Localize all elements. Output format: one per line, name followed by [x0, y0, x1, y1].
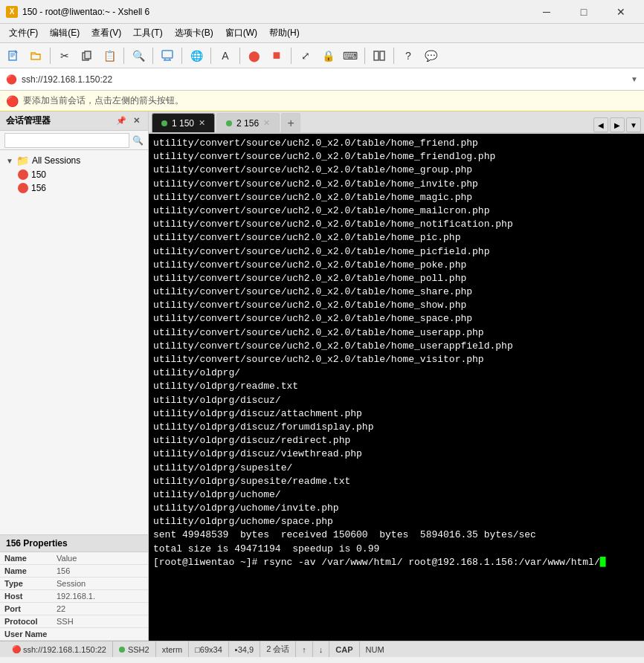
tab-prev-btn[interactable]: ◀ [593, 117, 608, 132]
info-text: 要添加当前会话，点击左侧的箭头按钮。 [23, 94, 184, 107]
prop-val-username [52, 628, 148, 641]
menu-view[interactable]: 查看(V) [86, 25, 127, 42]
toolbar-lock-btn[interactable]: 🔒 [318, 46, 338, 65]
terminal-line: utility/convert/source/uch2.0_x2.0/table… [153, 231, 640, 245]
address-text: ssh://192.168.1.150:22 [22, 74, 626, 85]
toolbar-copy-btn[interactable] [77, 46, 97, 65]
prop-val-protocol: SSH [52, 615, 148, 628]
terminal-line: utility/oldprg/supesite/ [153, 462, 640, 475]
session-search-input[interactable] [4, 133, 129, 148]
tab-next-btn[interactable]: ▶ [610, 117, 625, 132]
toolbar-sep9 [393, 48, 394, 64]
tab-nav: ◀ ▶ ▼ [593, 117, 641, 132]
status-num: NUM [360, 641, 390, 657]
tab-dot-150 [161, 120, 167, 126]
prop-row-type: Type Session [0, 578, 148, 590]
app-icon: X [6, 6, 18, 18]
tab-label-156: 2 156 [236, 118, 259, 129]
toolbar-help-btn[interactable]: ? [398, 46, 419, 65]
toolbar-sep1 [50, 48, 51, 64]
menu-file[interactable]: 文件(F) [3, 25, 44, 42]
terminal-line: utility/oldprg/uchome/space.php [153, 515, 640, 528]
menu-help[interactable]: 帮助(H) [263, 25, 306, 42]
status-dimensions: □ 69x34 [189, 641, 229, 657]
tab-label-150: 1 150 [172, 118, 194, 129]
toolbar-sep2 [123, 48, 124, 64]
menu-window[interactable]: 窗口(W) [219, 25, 263, 42]
session-item-150[interactable]: 150 [15, 168, 145, 181]
session-search-bar: 🔍 [0, 131, 148, 150]
toolbar-new-btn[interactable] [3, 46, 24, 65]
toolbar-stop-btn[interactable]: ■ [266, 46, 287, 65]
terminal-line: utility/oldprg/uchome/ [153, 488, 640, 502]
svg-rect-3 [162, 51, 173, 58]
address-dropdown-btn[interactable]: ▼ [631, 75, 638, 83]
toolbar-sep5 [210, 48, 211, 64]
toolbar-record-btn[interactable]: ⬤ [244, 46, 265, 65]
toolbar-font-btn[interactable]: A [215, 46, 236, 65]
tab-150[interactable]: 1 150 ✕ [152, 113, 215, 132]
prop-key-protocol: Protocol [0, 615, 52, 628]
panel-header-buttons: 📌 ✕ [115, 115, 142, 127]
tab-close-150[interactable]: ✕ [199, 118, 205, 128]
expand-icon[interactable]: ▼ [6, 157, 13, 165]
toolbar-layout-btn[interactable] [369, 46, 390, 65]
terminal[interactable]: utility/convert/source/uch2.0_x2.0/table… [149, 134, 644, 641]
toolbar-globe-btn[interactable]: 🌐 [186, 46, 207, 65]
status-protocol: SSH2 [113, 641, 156, 657]
panel-close-btn[interactable]: ✕ [130, 115, 142, 127]
status-cap-text: CAP [335, 645, 352, 654]
toolbar-cut-btn[interactable]: ✂ [54, 46, 75, 65]
status-dim-value: 69x34 [200, 645, 222, 654]
toolbar-sep8 [364, 48, 365, 64]
panel-pin-btn[interactable]: 📌 [115, 115, 127, 127]
toolbar-session-btn[interactable] [157, 46, 178, 65]
all-sessions-label[interactable]: All Sessions [32, 155, 80, 166]
prop-row-username: User Name [0, 628, 148, 641]
status-upload-arrow: ↑ [296, 641, 313, 657]
tab-156[interactable]: 2 156 ✕ [216, 113, 280, 132]
session-item-156[interactable]: 156 [15, 181, 145, 195]
maximize-button[interactable]: □ [567, 3, 601, 21]
prop-key-port: Port [0, 603, 52, 615]
tab-add-button[interactable]: + [281, 113, 300, 132]
toolbar-chat-btn[interactable]: 💬 [420, 46, 441, 65]
terminal-line: utility/oldprg/discuz/attachment.php [153, 407, 640, 421]
status-term-text: xterm [162, 645, 183, 654]
menu-edit[interactable]: 编辑(E) [44, 25, 86, 42]
terminal-line: utility/convert/source/uch2.0_x2.0/table… [153, 285, 640, 299]
status-term: xterm [156, 641, 190, 657]
prop-val-header: Value [52, 552, 148, 565]
terminal-line: utility/convert/source/uch2.0_x2.0/table… [153, 299, 640, 312]
toolbar-search-btn[interactable]: 🔍 [128, 46, 149, 65]
prop-row-protocol: Protocol SSH [0, 615, 148, 628]
terminal-line: utility/oldprg/discuz/forumdisplay.php [153, 421, 640, 434]
tab-close-156[interactable]: ✕ [263, 118, 270, 128]
toolbar-open-btn[interactable] [25, 46, 46, 65]
minimize-button[interactable]: ─ [529, 3, 564, 21]
terminal-line: utility/oldprg/ [153, 366, 640, 380]
toolbar-paste-btn[interactable]: 📋 [99, 46, 120, 65]
status-address-text: ssh://192.168.1.150:22 [23, 645, 106, 654]
status-protocol-text: SSH2 [128, 645, 149, 654]
terminal-line: utility/convert/source/uch2.0_x2.0/table… [153, 150, 640, 164]
toolbar-expand-btn[interactable]: ⤢ [295, 46, 316, 65]
menu-tools[interactable]: 工具(T) [127, 25, 168, 42]
title-bar: X 150 - root@liwentao:~ - Xshell 6 ─ □ ✕ [0, 0, 644, 24]
toolbar-keyboard-btn[interactable]: ⌨ [340, 46, 361, 65]
terminal-total: total size is 49471194 speedup is 0.99 [153, 543, 640, 556]
close-button[interactable]: ✕ [604, 3, 638, 21]
prop-val-name: 156 [52, 565, 148, 578]
terminal-line: utility/convert/source/uch2.0_x2.0/table… [153, 353, 640, 366]
tab-menu-btn[interactable]: ▼ [626, 117, 641, 132]
address-icon: 🔴 [6, 74, 17, 85]
prop-val-port: 22 [52, 603, 148, 615]
terminal-prompt: [root@liwentao ~]# rsync -av /var/www/ht… [153, 556, 640, 569]
terminal-line: utility/convert/source/uch2.0_x2.0/table… [153, 164, 640, 177]
prop-key-username: User Name [0, 628, 52, 641]
terminal-line: utility/convert/source/uch2.0_x2.0/table… [153, 340, 640, 353]
prop-row-header: Name Value [0, 552, 148, 565]
menu-tabs[interactable]: 选项卡(B) [169, 25, 219, 42]
terminal-line: utility/oldprg/discuz/viewthread.php [153, 447, 640, 461]
prop-key-host: Host [0, 590, 52, 603]
